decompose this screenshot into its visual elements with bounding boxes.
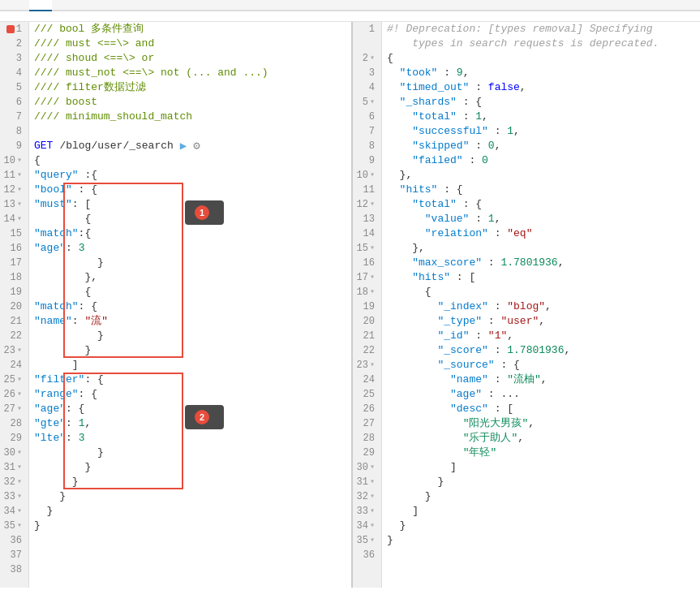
code-token: , bbox=[507, 329, 513, 343]
left-code-line: ] bbox=[34, 358, 346, 373]
left-code-line: } bbox=[34, 475, 346, 489]
right-code-line: "relation" : "eq" bbox=[387, 226, 695, 241]
fold-indicator[interactable]: ▾ bbox=[370, 475, 375, 489]
code-token: 1 bbox=[507, 124, 513, 139]
right-code-line: }, bbox=[387, 241, 695, 256]
left-line-number: 32▾ bbox=[3, 475, 25, 489]
fold-indicator[interactable]: ▾ bbox=[17, 519, 22, 533]
left-line-number: 16 bbox=[3, 241, 25, 256]
code-token: , bbox=[539, 314, 545, 329]
fold-indicator[interactable]: ▾ bbox=[17, 373, 22, 387]
code-token: : bbox=[469, 212, 487, 226]
fold-indicator[interactable]: ▾ bbox=[17, 402, 22, 416]
left-line-number: 1 bbox=[3, 22, 25, 37]
code-token: ] bbox=[387, 460, 457, 475]
fold-indicator[interactable]: ▾ bbox=[17, 168, 22, 183]
left-code-line: } bbox=[34, 460, 346, 475]
code-token bbox=[387, 183, 400, 197]
right-line-number: 8 bbox=[356, 139, 378, 153]
fold-indicator[interactable]: ▾ bbox=[17, 475, 22, 489]
fold-indicator[interactable]: ▾ bbox=[370, 285, 375, 299]
fold-indicator[interactable]: ▾ bbox=[370, 533, 375, 548]
left-code-area[interactable]: 12345678910▾11▾12▾13▾14▾1516171819202122… bbox=[0, 22, 351, 588]
fold-indicator[interactable]: ▾ bbox=[370, 51, 375, 66]
fold-indicator[interactable]: ▾ bbox=[17, 446, 22, 460]
fold-indicator[interactable]: ▾ bbox=[17, 504, 22, 519]
run-button[interactable]: ▶ bbox=[180, 139, 187, 153]
fold-indicator[interactable]: ▾ bbox=[17, 460, 22, 475]
tab-console[interactable] bbox=[6, 0, 29, 11]
fold-indicator[interactable]: ▾ bbox=[17, 212, 22, 226]
right-code-line: } bbox=[387, 519, 695, 533]
code-token: "hits" bbox=[400, 183, 438, 197]
menu-history[interactable] bbox=[10, 15, 16, 18]
menu-help[interactable] bbox=[49, 15, 55, 18]
tab-search-profiler[interactable] bbox=[29, 0, 52, 11]
right-line-number: 22 bbox=[356, 343, 378, 358]
right-line-number: 26 bbox=[356, 402, 378, 416]
fold-indicator[interactable]: ▾ bbox=[370, 197, 375, 212]
fold-indicator[interactable]: ▾ bbox=[17, 153, 22, 168]
left-line-number: 35▾ bbox=[3, 519, 25, 533]
left-line-number: 7 bbox=[3, 110, 25, 124]
code-token: , bbox=[520, 80, 526, 95]
fold-indicator[interactable]: ▾ bbox=[370, 358, 375, 373]
code-token: : { bbox=[495, 358, 520, 373]
tab-grok-debugger[interactable] bbox=[52, 0, 75, 11]
fold-indicator[interactable]: ▾ bbox=[370, 168, 375, 183]
fold-indicator[interactable]: ▾ bbox=[370, 460, 375, 475]
fold-indicator[interactable]: ▾ bbox=[370, 519, 375, 533]
code-token: 9 bbox=[457, 66, 463, 80]
fold-indicator[interactable]: ▾ bbox=[370, 504, 375, 519]
code-token bbox=[387, 446, 463, 460]
left-line-number: 17 bbox=[3, 256, 25, 270]
code-token bbox=[387, 139, 412, 153]
right-code-line: "total" : { bbox=[387, 197, 695, 212]
left-code-content[interactable]: /// bool 多条件查询//// must <==\> and//// sh… bbox=[29, 22, 351, 588]
code-token: , bbox=[517, 431, 524, 446]
fold-indicator[interactable]: ▾ bbox=[17, 183, 22, 197]
left-line-number: 22 bbox=[3, 329, 25, 343]
right-code-line: "_source" : { bbox=[387, 358, 695, 373]
right-line-number: 33▾ bbox=[356, 504, 378, 519]
left-code-line: }, bbox=[34, 270, 346, 285]
right-code-line: "_score" : 1.7801936, bbox=[387, 343, 695, 358]
fold-indicator[interactable]: ▾ bbox=[370, 241, 375, 256]
right-code-line: "skipped" : 0, bbox=[387, 139, 695, 153]
left-line-number: 29 bbox=[3, 431, 25, 446]
left-code-line: //// boost bbox=[34, 95, 346, 110]
code-token bbox=[387, 153, 412, 168]
right-line-number: 4 bbox=[356, 80, 378, 95]
fold-indicator[interactable]: ▾ bbox=[370, 489, 375, 504]
code-token: , bbox=[495, 139, 501, 153]
right-code-area[interactable]: 12▾345▾678910▾1112▾131415▾1617▾18▾192021… bbox=[353, 22, 700, 588]
fold-indicator[interactable]: ▾ bbox=[370, 95, 375, 110]
code-token: , bbox=[528, 416, 535, 431]
menu-settings[interactable] bbox=[29, 15, 36, 18]
code-token: "relation" bbox=[425, 226, 488, 241]
fold-indicator[interactable]: ▾ bbox=[17, 387, 22, 402]
code-token: : [ bbox=[488, 402, 513, 416]
code-token: "乐于助人" bbox=[463, 431, 518, 446]
fold-indicator[interactable]: ▾ bbox=[17, 197, 22, 212]
left-line-numbers: 12345678910▾11▾12▾13▾14▾1516171819202122… bbox=[0, 22, 29, 588]
code-token: "_id" bbox=[437, 329, 469, 343]
tooltip-range-filter: 2 bbox=[185, 405, 224, 429]
code-token bbox=[387, 212, 425, 226]
left-line-number: 23▾ bbox=[3, 343, 25, 358]
code-token bbox=[387, 110, 412, 124]
settings-button[interactable]: ⚙ bbox=[193, 139, 200, 153]
right-code-line: "乐于助人", bbox=[387, 431, 695, 446]
code-token: , bbox=[495, 212, 501, 226]
code-token: "eq" bbox=[507, 226, 532, 241]
code-token: "timed_out" bbox=[400, 80, 470, 95]
code-token: , bbox=[513, 124, 520, 139]
right-code-line: #! Deprecation: [types removal] Specifyi… bbox=[387, 22, 695, 37]
fold-indicator[interactable]: ▾ bbox=[370, 270, 375, 285]
fold-indicator[interactable]: ▾ bbox=[17, 489, 22, 504]
fold-indicator[interactable]: ▾ bbox=[17, 343, 22, 358]
code-token: ] bbox=[387, 504, 419, 519]
code-token: 0 bbox=[488, 139, 495, 153]
code-token: , bbox=[545, 299, 552, 314]
code-token: : bbox=[488, 343, 507, 358]
